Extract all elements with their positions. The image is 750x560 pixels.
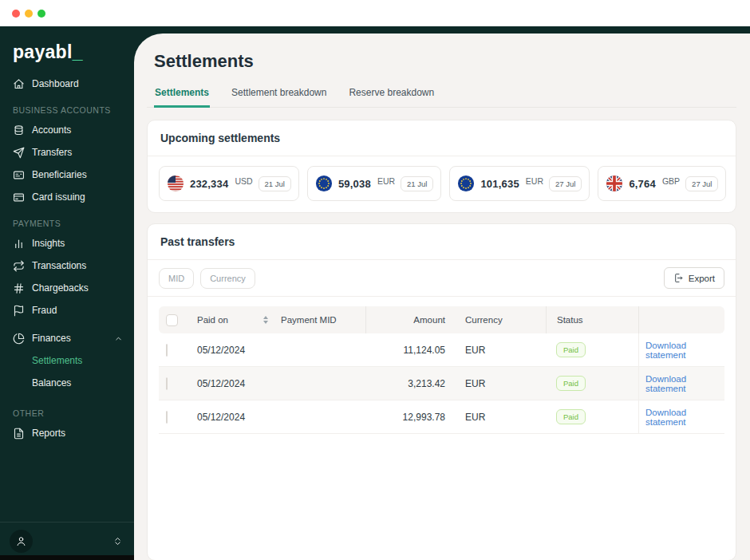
sidebar-subitem-label: Balances (32, 377, 71, 388)
tab-reserve-breakdown[interactable]: Reserve breakdown (348, 82, 435, 107)
id-card-icon (13, 169, 25, 181)
table-row: 05/12/2024 11,124.05 EUR Paid Download s… (159, 333, 724, 367)
amount-cell: 12,993.78 (365, 412, 456, 423)
sidebar-item-label: Finances (32, 333, 71, 344)
settlement-amount: 6,764 (629, 178, 656, 190)
sidebar-subitem-settlements[interactable]: Settlements (13, 349, 123, 372)
zoom-window-button[interactable] (38, 10, 45, 18)
sidebar-item-accounts[interactable]: Accounts (13, 119, 123, 141)
minimize-window-button[interactable] (25, 10, 33, 18)
settlement-date-badge: 27 Jul (685, 176, 718, 191)
table-row: 05/12/2024 3,213.42 EUR Paid Download st… (159, 367, 724, 400)
select-all-checkbox[interactable] (166, 314, 178, 326)
settlement-date-badge: 21 Jul (401, 176, 433, 191)
us-flag-icon (167, 175, 184, 192)
currency-filter-button[interactable]: Currency (200, 268, 255, 289)
sidebar-section-business-accounts: BUSINESS ACCOUNTS (13, 105, 123, 115)
sidebar-item-transfers[interactable]: Transfers (13, 141, 123, 164)
sidebar-item-beneficiaries[interactable]: Beneficiaries (13, 164, 123, 186)
column-header-paid-on: Paid on (197, 315, 228, 325)
status-badge: Paid (556, 409, 586, 424)
table-header-row: Paid on Payment MID Amount Currency Stat… (159, 306, 724, 333)
past-transfers-title: Past transfers (160, 235, 235, 248)
close-window-button[interactable] (12, 10, 20, 18)
upcoming-card-eur-2: 101,635 EUR 27 Jul (449, 166, 590, 201)
pie-chart-icon (13, 333, 25, 345)
row-checkbox[interactable] (166, 344, 168, 357)
sidebar-item-label: Dashboard (32, 78, 79, 89)
filter-row: MID Currency Export (148, 260, 736, 297)
status-badge: Paid (556, 376, 586, 391)
eu-flag-icon (315, 175, 333, 192)
sidebar-subitem-label: Settlements (32, 355, 82, 366)
user-avatar[interactable] (10, 530, 33, 553)
user-icon (15, 535, 27, 547)
sidebar-item-label: Insights (32, 238, 65, 249)
chevron-updown-icon (112, 536, 123, 546)
main-panel: Settlements Settlements Settlement break… (134, 34, 750, 560)
page-title: Settlements (147, 51, 736, 72)
sidebar-item-label: Transfers (32, 147, 72, 158)
tab-settlement-breakdown[interactable]: Settlement breakdown (231, 82, 327, 107)
column-header-amount: Amount (413, 315, 445, 325)
screen-edge-artifact (0, 555, 134, 560)
credit-card-icon (13, 191, 25, 203)
settlement-currency: EUR (526, 176, 543, 186)
sidebar-item-card-issuing[interactable]: Card issuing (13, 186, 123, 208)
hash-icon (13, 282, 25, 294)
sidebar-item-reports[interactable]: Reports (13, 422, 123, 444)
sidebar-item-transactions[interactable]: Transactions (13, 254, 123, 277)
download-statement-link[interactable]: Download statement (645, 374, 724, 393)
sort-icon[interactable] (263, 316, 268, 324)
row-checkbox[interactable] (166, 377, 168, 390)
app-body: payabl_ Dashboard BUSINESS ACCOUNTS Acco… (0, 26, 750, 560)
mid-filter-button[interactable]: MID (159, 268, 194, 289)
amount-cell: 11,124.05 (365, 345, 456, 356)
eu-flag-icon (457, 175, 475, 192)
file-icon (13, 428, 25, 440)
download-statement-link[interactable]: Download statement (645, 408, 724, 427)
upcoming-card-gbp: 6,764 GBP 27 Jul (598, 166, 726, 201)
sidebar-item-label: Transactions (32, 260, 86, 271)
sidebar-item-dashboard[interactable]: Dashboard (13, 73, 123, 95)
sidebar-item-chargebacks[interactable]: Chargebacks (13, 277, 123, 299)
sidebar-section-payments: PAYMENTS (13, 219, 123, 228)
column-header-currency: Currency (465, 315, 503, 325)
gb-flag-icon (606, 175, 623, 192)
repeat-icon (13, 260, 25, 272)
row-checkbox[interactable] (166, 411, 168, 424)
logo-accent: _ (73, 41, 83, 62)
column-header-status: Status (557, 315, 583, 325)
sidebar-item-finances[interactable]: Finances (13, 327, 123, 349)
settlement-currency: EUR (377, 176, 395, 186)
settlement-amount: 232,334 (190, 178, 228, 190)
past-transfers-card: Past transfers MID Currency Export Paid … (147, 223, 736, 560)
sidebar-item-fraud[interactable]: Fraud (13, 299, 123, 321)
upcoming-card-eur-1: 59,038 EUR 21 Jul (307, 166, 442, 201)
currency-cell: EUR (456, 345, 546, 356)
sidebar-nav: Dashboard BUSINESS ACCOUNTS Accounts Tra… (0, 71, 134, 522)
titlebar (0, 0, 750, 26)
settlement-currency: GBP (662, 176, 680, 186)
send-icon (13, 147, 25, 159)
paid-on-cell: 05/12/2024 (192, 378, 278, 389)
sidebar-section-other: OTHER (13, 408, 123, 418)
export-button-label: Export (689, 274, 715, 283)
sidebar-subitem-balances[interactable]: Balances (13, 372, 123, 394)
settlement-amount: 59,038 (338, 178, 371, 190)
export-button[interactable]: Export (664, 267, 724, 289)
logo-text: payabl (13, 41, 73, 62)
upcoming-settlements-header: Upcoming settlements (148, 120, 736, 156)
settlement-amount: 101,635 (480, 178, 519, 190)
upcoming-settlements-title: Upcoming settlements (160, 132, 280, 144)
download-statement-link[interactable]: Download statement (645, 341, 724, 360)
sidebar-item-insights[interactable]: Insights (13, 232, 123, 254)
sidebar-item-label: Beneficiaries (32, 169, 87, 180)
payabl-logo: payabl_ (0, 26, 134, 71)
account-switcher[interactable] (112, 536, 123, 546)
sidebar-item-label: Accounts (32, 124, 71, 136)
home-icon (13, 78, 25, 90)
tab-settlements[interactable]: Settlements (154, 82, 210, 108)
upcoming-settlements-card: Upcoming settlements 232,334 USD 21 Jul (147, 120, 736, 213)
settlement-date-badge: 27 Jul (549, 176, 582, 191)
